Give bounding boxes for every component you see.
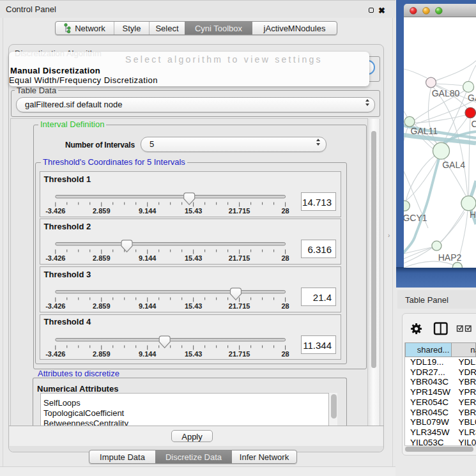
svg-text:-3.426: -3.426 [45,207,65,215]
svg-text:2.859: 2.859 [93,302,111,310]
svg-text:CY: CY [471,119,476,129]
svg-text:-3.426: -3.426 [45,302,65,310]
svg-text:28: 28 [281,207,289,215]
svg-text:15.43: 15.43 [185,207,203,215]
svg-text:9.144: 9.144 [139,254,157,262]
svg-text:15.43: 15.43 [185,254,203,262]
svg-text:HAP2: HAP2 [438,252,462,263]
svg-text:21.715: 21.715 [229,254,250,262]
svg-text:9.144: 9.144 [139,350,157,358]
svg-text:28: 28 [281,302,289,310]
svg-text:H: H [470,210,476,220]
svg-text:2.859: 2.859 [93,254,111,262]
svg-text:21.715: 21.715 [229,207,250,215]
svg-text:GAL4: GAL4 [442,160,465,170]
svg-text:GAL11: GAL11 [411,126,438,136]
svg-text:2.859: 2.859 [93,350,111,358]
svg-text:21.715: 21.715 [229,302,250,310]
svg-text:28: 28 [281,254,289,262]
svg-text:28: 28 [281,350,289,358]
svg-text:9.144: 9.144 [139,207,157,215]
svg-text:-3.426: -3.426 [45,254,65,262]
svg-text:-3.426: -3.426 [45,350,65,358]
svg-text:15.43: 15.43 [185,302,203,310]
svg-text:21.715: 21.715 [229,350,250,358]
svg-text:GAL80: GAL80 [432,88,460,98]
svg-text:GCY1: GCY1 [404,213,427,223]
svg-text:2.859: 2.859 [93,207,111,215]
svg-text:15.43: 15.43 [185,350,203,358]
svg-text:9.144: 9.144 [139,302,157,310]
svg-text:GAL: GAL [468,93,476,103]
